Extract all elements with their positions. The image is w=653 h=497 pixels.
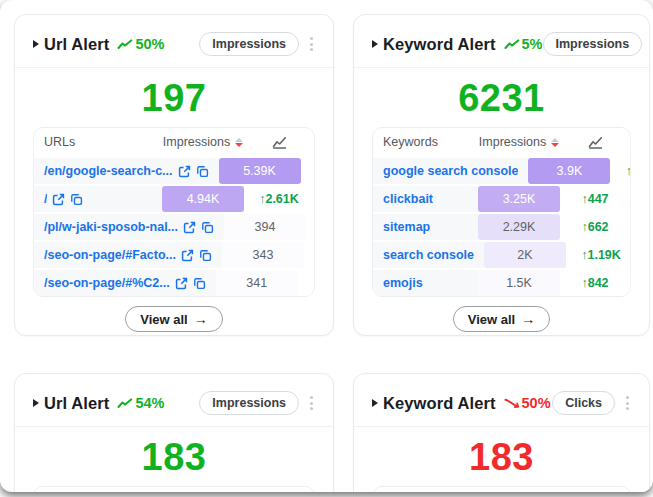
external-link-icon[interactable] <box>175 277 188 290</box>
table-header-row: Keywords Impressions <box>373 128 630 156</box>
data-table: URLs Impressions /en/google-search-c... … <box>33 127 315 297</box>
external-link-icon[interactable] <box>52 193 65 206</box>
expand-triangle-icon[interactable] <box>372 399 378 407</box>
url-link[interactable]: /seo-on-page/#%C2... <box>44 276 170 290</box>
view-all-button[interactable]: View all→ <box>125 306 222 332</box>
keyword-link[interactable]: clickbait <box>383 192 433 206</box>
keyword-link[interactable]: emojis <box>383 276 423 290</box>
url-link[interactable]: /seo-on-page/#Facto... <box>44 248 176 262</box>
external-link-icon[interactable] <box>183 221 196 234</box>
keyword-link[interactable]: google search console <box>383 164 518 178</box>
header-divider <box>15 67 333 68</box>
value-cell: 343 <box>222 242 304 268</box>
table-row: clickbait 3.25K ↑447 <box>373 184 630 212</box>
card-url-alert-2: Url Alert 54% Impressions 183 URLs Impre… <box>14 373 334 492</box>
value-cell: 3.25K <box>478 186 560 212</box>
col1-header: Keywords <box>373 487 478 492</box>
change-cell: ↑662 <box>560 214 630 240</box>
kebab-menu-icon[interactable] <box>624 393 631 413</box>
value-cell: 341 <box>216 270 298 296</box>
change-cell: ↑297 <box>304 242 315 268</box>
keyword-link[interactable]: search console <box>383 248 474 262</box>
value-cell: 394 <box>224 214 306 240</box>
copy-icon[interactable] <box>196 165 209 178</box>
col2-header[interactable]: Clicks <box>478 487 560 492</box>
sort-icon[interactable] <box>551 138 559 147</box>
trend-up-icon <box>117 398 133 409</box>
table-header-row: URLs Impressions <box>34 487 314 492</box>
col1-header: URLs <box>34 128 162 156</box>
col2-header[interactable]: Impressions <box>162 128 244 156</box>
keyword-link[interactable]: sitemap <box>383 220 430 234</box>
url-link[interactable]: / <box>44 192 47 206</box>
arrow-right-icon: → <box>521 311 535 327</box>
metric-button[interactable]: Impressions <box>199 32 299 56</box>
card-title: Keyword Alert <box>383 394 496 413</box>
metric-button[interactable]: Impressions <box>543 32 643 56</box>
table-row: sitemap 2.29K ↑662 <box>373 212 630 240</box>
copy-icon[interactable] <box>193 277 206 290</box>
table-row: /en/google-search-c... 5.39K ↑2.69K <box>34 156 314 184</box>
external-link-icon[interactable] <box>181 249 194 262</box>
copy-icon[interactable] <box>199 249 212 262</box>
header-divider <box>354 426 649 427</box>
value-cell: 2K <box>484 242 566 268</box>
trend: 50% <box>117 36 164 52</box>
expand-triangle-icon[interactable] <box>33 399 39 407</box>
change-cell: ↑1.19K <box>566 242 631 268</box>
change-cell: ↑447 <box>560 186 630 212</box>
kebab-menu-icon[interactable] <box>308 34 315 54</box>
value-cell: 1.5K <box>478 270 560 296</box>
url-link[interactable]: /en/google-search-c... <box>44 164 173 178</box>
expand-triangle-icon[interactable] <box>372 40 378 48</box>
trend: 50% <box>504 395 551 411</box>
table-row: emojis 1.5K ↑842 <box>373 268 630 296</box>
card-header: Keyword Alert 5% Impressions <box>372 31 631 57</box>
kebab-menu-icon[interactable] <box>308 393 315 413</box>
cards-grid: Url Alert 50% Impressions 197 URLs Impre… <box>14 14 650 492</box>
external-link-icon[interactable] <box>178 165 191 178</box>
col2-header[interactable]: Impressions <box>162 487 244 492</box>
card-keyword-alert-2: Keyword Alert 50% Clicks 183 Keywords Cl… <box>353 373 650 492</box>
card-header: Keyword Alert 50% Clicks <box>372 390 631 416</box>
chart-line-icon[interactable] <box>272 136 287 149</box>
table-row: /seo-on-page/#Facto... 343 ↑297 <box>34 240 314 268</box>
change-cell: ↑2.69K <box>301 158 315 184</box>
table-row: / 4.94K ↑2.61K <box>34 184 314 212</box>
copy-icon[interactable] <box>201 221 214 234</box>
card-keyword-alert-1: Keyword Alert 5% Impressions 6231 Keywor… <box>353 14 650 336</box>
col2-header[interactable]: Impressions <box>478 128 560 156</box>
col1-header: Keywords <box>373 128 478 156</box>
value-cell: 5.39K <box>219 158 301 184</box>
change-cell: ↑842 <box>560 270 630 296</box>
arrow-right-icon: → <box>194 311 208 327</box>
sort-icon[interactable] <box>235 138 243 147</box>
url-link[interactable]: /pl/w-jaki-sposob-nal... <box>44 220 178 234</box>
value-cell: 4.94K <box>162 186 244 212</box>
value-cell: 3.9K <box>528 158 610 184</box>
data-table: Keywords Clicks <box>372 486 631 492</box>
col1-header: URLs <box>34 487 162 492</box>
trend: 54% <box>117 395 164 411</box>
copy-icon[interactable] <box>70 193 83 206</box>
metric-button[interactable]: Impressions <box>199 391 299 415</box>
card-title: Url Alert <box>44 394 109 413</box>
table-row: /pl/w-jaki-sposob-nal... 394 ↑341 <box>34 212 314 240</box>
card-header: Url Alert 54% Impressions <box>33 390 315 416</box>
trend-percent: 5% <box>522 36 543 52</box>
data-table: Keywords Impressions google search conso… <box>372 127 631 297</box>
big-number: 183 <box>33 438 315 476</box>
header-divider <box>15 426 333 427</box>
trend-percent: 54% <box>135 395 164 411</box>
card-url-alert-1: Url Alert 50% Impressions 197 URLs Impre… <box>14 14 334 336</box>
trend-up-icon <box>504 39 520 50</box>
metric-button[interactable]: Clicks <box>552 391 615 415</box>
chart-line-icon[interactable] <box>588 136 603 149</box>
view-all-button[interactable]: View all→ <box>453 306 550 332</box>
table-row: /seo-on-page/#%C2... 341 ↑299 <box>34 268 314 296</box>
value-cell: 2.29K <box>478 214 560 240</box>
change-cell: ↑299 <box>298 270 315 296</box>
table-header-row: URLs Impressions <box>34 128 314 156</box>
expand-triangle-icon[interactable] <box>33 40 39 48</box>
trend-percent: 50% <box>135 36 164 52</box>
